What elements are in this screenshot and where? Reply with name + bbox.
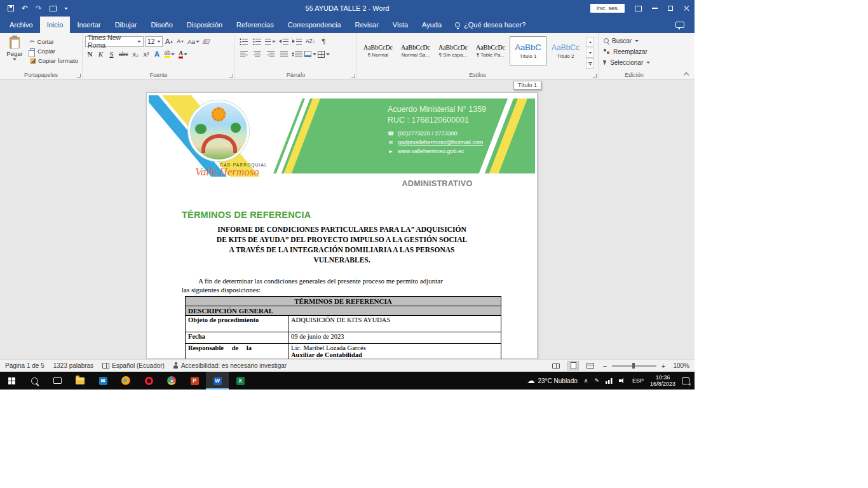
opera-button[interactable] [137, 372, 160, 390]
weather-widget[interactable]: ☁ 23°C Nublado [527, 377, 577, 384]
font-size-combo[interactable]: 12 [145, 36, 163, 47]
save-icon[interactable] [8, 5, 14, 11]
sort-button[interactable]: AZ↓ [304, 36, 316, 47]
zoom-slider-thumb[interactable] [632, 363, 635, 369]
replace-button[interactable]: Reemplazar [604, 47, 667, 56]
zoom-in-button[interactable]: + [660, 362, 667, 370]
underline-button[interactable]: S [107, 49, 116, 60]
style-normal-sa[interactable]: AaBbCcDc Normal Sa... [397, 36, 434, 65]
tab-revisar[interactable]: Revisar [348, 17, 386, 33]
firefox-button[interactable] [114, 372, 137, 390]
collapse-ribbon-icon[interactable] [683, 72, 689, 76]
multilevel-list-button[interactable] [264, 36, 276, 47]
tab-diseno[interactable]: Diseño [144, 17, 180, 33]
task-view-button[interactable] [46, 372, 69, 390]
justify-button[interactable] [278, 49, 290, 60]
style-sin-espaciado[interactable]: AaBbCcDc ¶ Sin espa... [435, 36, 471, 65]
borders-button[interactable] [318, 49, 330, 60]
styles-dialog-launcher-icon[interactable] [593, 74, 597, 78]
read-mode-button[interactable] [550, 361, 562, 370]
strikethrough-button[interactable]: abc [118, 49, 130, 60]
find-button[interactable]: Buscar [604, 36, 667, 45]
tab-inicio[interactable]: Inicio [40, 17, 71, 33]
tab-disposicion[interactable]: Disposición [180, 17, 229, 33]
clock[interactable]: 10:36 16/8/2023 [650, 374, 675, 388]
change-case-button[interactable]: Aa [186, 36, 201, 47]
paste-button[interactable]: Pegar [3, 35, 27, 71]
clear-formatting-button[interactable] [202, 36, 212, 47]
accessibility-status[interactable]: Accesibilidad: es necesario investigar [173, 362, 287, 369]
style-normal[interactable]: AaBbCcDc ¶ Normal [360, 36, 397, 65]
volume-icon[interactable] [619, 378, 626, 384]
search-button[interactable] [23, 372, 46, 390]
font-dialog-launcher-icon[interactable] [229, 74, 233, 78]
styles-more-button[interactable] [586, 58, 594, 69]
font-name-combo[interactable]: Times New Roma [85, 36, 144, 47]
style-titulo-1[interactable]: AaBbC Título 1 [510, 36, 546, 65]
zoom-percentage[interactable]: 100% [670, 362, 689, 369]
show-hidden-icons-button[interactable]: ∧ [584, 378, 588, 384]
tab-ayuda[interactable]: Ayuda [415, 17, 449, 33]
tab-archivo[interactable]: Archivo [3, 17, 40, 33]
text-effects-button[interactable]: A [153, 49, 162, 60]
tab-vista[interactable]: Vista [386, 17, 415, 33]
comments-icon[interactable] [675, 22, 684, 28]
font-color-button[interactable]: A [177, 49, 189, 60]
start-button[interactable] [0, 372, 23, 390]
tell-me-box[interactable]: ¿Qué desea hacer? [449, 17, 532, 33]
language-indicator[interactable]: ESP [632, 378, 644, 384]
clipboard-dialog-launcher-icon[interactable] [77, 74, 81, 78]
line-spacing-button[interactable] [291, 49, 303, 60]
shrink-font-button[interactable]: A [175, 36, 185, 47]
zoom-slider[interactable] [612, 365, 656, 367]
format-painter-button[interactable]: Copiar formato [30, 57, 78, 64]
decrease-indent-button[interactable] [278, 36, 290, 47]
bullet-list-button[interactable] [238, 36, 250, 47]
word-count[interactable]: 1323 palabras [53, 362, 93, 369]
close-button[interactable] [683, 5, 689, 11]
styles-scroll-down-button[interactable] [586, 48, 594, 58]
select-button[interactable]: Seleccionar [604, 58, 667, 67]
notification-center-icon[interactable]: 4 [682, 377, 689, 384]
proofing-status[interactable]: Español (Ecuador) [102, 362, 165, 369]
touch-mode-icon[interactable] [50, 6, 57, 11]
file-explorer-button[interactable] [69, 372, 92, 390]
highlight-button[interactable]: ab [163, 49, 176, 60]
tab-correspondencia[interactable]: Correspondencia [281, 17, 348, 33]
grow-font-button[interactable]: A [164, 36, 174, 47]
tab-dibujar[interactable]: Dibujar [108, 17, 144, 33]
customize-qat-icon[interactable] [64, 8, 68, 10]
page-indicator[interactable]: Página 1 de 5 [5, 362, 44, 369]
increase-indent-button[interactable] [291, 36, 303, 47]
undo-icon[interactable]: ↶ [22, 4, 28, 12]
network-icon[interactable] [606, 378, 613, 384]
italic-button[interactable]: K [96, 49, 105, 60]
show-marks-button[interactable]: ¶ [318, 36, 330, 47]
redo-icon[interactable]: ↷ [36, 4, 42, 12]
word-button[interactable]: W [206, 372, 229, 390]
paragraph-dialog-launcher-icon[interactable] [351, 74, 355, 78]
sign-in-button[interactable]: Inic. ses. [590, 4, 625, 13]
document-page[interactable]: Acuerdo Ministerial N° 1359 RUC : 176812… [146, 92, 538, 359]
chrome-button[interactable] [160, 372, 183, 390]
minimize-button[interactable] [652, 8, 658, 9]
print-layout-button[interactable] [567, 361, 579, 370]
excel-button[interactable]: X [229, 372, 252, 390]
tab-insertar[interactable]: Insertar [70, 17, 107, 33]
copy-button[interactable]: Copiar [30, 48, 78, 55]
styles-scroll-up-button[interactable] [586, 37, 594, 47]
superscript-button[interactable]: X² [142, 49, 151, 60]
web-layout-button[interactable] [585, 361, 596, 370]
numbered-list-button[interactable] [251, 36, 263, 47]
subscript-button[interactable]: X₂ [131, 49, 140, 60]
powerpoint-button[interactable]: P [183, 372, 206, 390]
tab-referencias[interactable]: Referencias [229, 17, 281, 33]
align-center-button[interactable] [251, 49, 263, 60]
align-right-button[interactable] [264, 49, 276, 60]
align-left-button[interactable] [238, 49, 250, 60]
ribbon-display-options-icon[interactable] [635, 6, 642, 11]
bold-button[interactable]: N [85, 49, 95, 60]
mail-button[interactable]: ✉ [92, 372, 114, 390]
maximize-button[interactable] [668, 6, 673, 11]
pen-icon[interactable]: ✎ [594, 378, 599, 384]
